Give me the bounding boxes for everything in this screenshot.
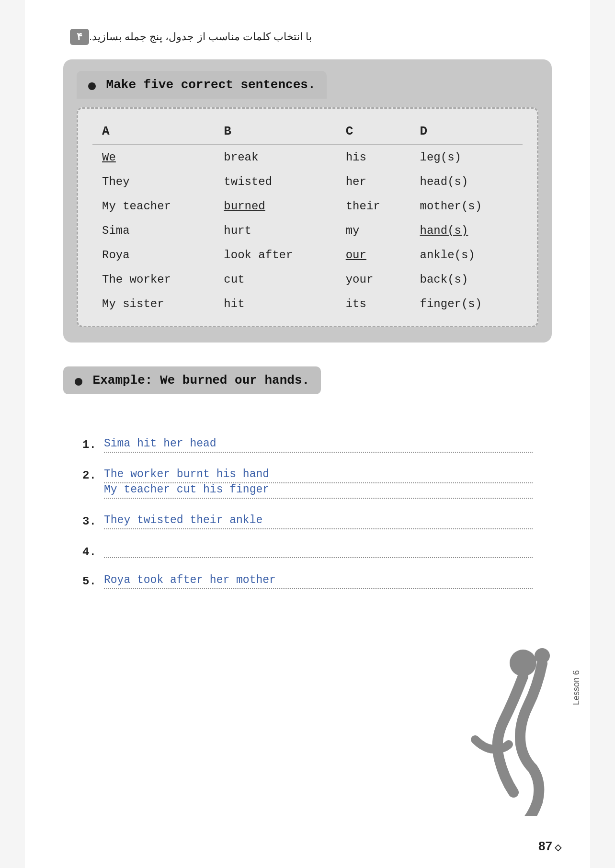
table-container: A B C D Webreakhisleg(s)Theytwistedherhe… [77,107,538,327]
col-header-b: B [214,118,336,145]
table-cell-c-4: our [336,243,410,267]
card-title: Make five correct sentences. [106,78,316,92]
table-cell-a-0: We [92,145,214,170]
table-cell-d-5: back(s) [410,267,523,292]
col-header-c: C [336,118,410,145]
sentence-line-wrapper-2[interactable]: The worker burnt his handMy teacher cut … [104,468,533,499]
lesson-label: Lesson 6 [571,670,581,705]
word-table: A B C D Webreakhisleg(s)Theytwistedherhe… [92,118,523,316]
sentence-item-2: 2.The worker burnt his handMy teacher cu… [82,468,533,499]
table-cell-a-5: The worker [92,267,214,292]
example-section: Example: We burned our hands. [63,366,552,413]
table-cell-c-5: your [336,267,410,292]
table-row: Royalook afterourankle(s) [92,243,523,267]
sentence-line-wrapper-1[interactable]: Sima hit her head [104,437,533,453]
sentence-line-wrapper-3[interactable]: They twisted their ankle [104,514,533,529]
sentence-number-4: 4. [82,546,99,559]
table-cell-d-3: hand(s) [410,218,523,243]
table-cell-b-4: look after [214,243,336,267]
page-number: 87 [538,839,561,854]
sentences-section: 1.Sima hit her head2.The worker burnt hi… [63,437,552,589]
calligraphy-decoration [427,625,561,830]
sentence-text-3-0: They twisted their ankle [104,514,533,529]
table-cell-a-3: Sima [92,218,214,243]
sentence-line-wrapper-5[interactable]: Roya took after her mother [104,574,533,589]
table-cell-b-3: hurt [214,218,336,243]
example-bullet-icon [75,378,82,386]
table-cell-c-3: my [336,218,410,243]
table-cell-b-6: hit [214,292,336,316]
table-cell-c-6: its [336,292,410,316]
sentence-number-3: 3. [82,515,99,528]
example-title-bar: Example: We burned our hands. [63,366,321,394]
table-cell-d-4: ankle(s) [410,243,523,267]
table-cell-d-1: head(s) [410,170,523,194]
example-title: Example: We burned our hands. [93,373,310,388]
table-cell-b-5: cut [214,267,336,292]
table-cell-b-0: break [214,145,336,170]
page: با انتخاب کلمات مناسب از جدول، پنج جمله … [25,0,590,868]
bullet-icon [88,82,96,90]
table-row: My teacherburnedtheirmother(s) [92,194,523,218]
sentence-number-5: 5. [82,575,99,588]
sentence-item-3: 3.They twisted their ankle [82,514,533,529]
example-label: Example: [93,373,153,388]
table-header-row: A B C D [92,118,523,145]
sentence-text-5-0: Roya took after her mother [104,574,533,589]
table-card: Make five correct sentences. A B C D Web… [63,59,552,343]
table-cell-d-0: leg(s) [410,145,523,170]
table-row: The workercutyourback(s) [92,267,523,292]
card-title-bar: Make five correct sentences. [77,71,327,99]
table-row: Webreakhisleg(s) [92,145,523,170]
sentence-number-2: 2. [82,469,99,482]
table-cell-d-2: mother(s) [410,194,523,218]
table-cell-a-2: My teacher [92,194,214,218]
sentence-number-1: 1. [82,438,99,451]
sentence-line-wrapper-4[interactable] [104,545,533,558]
table-row: My sisterhititsfinger(s) [92,292,523,316]
table-cell-c-0: his [336,145,410,170]
sentence-text-2-0: The worker burnt his hand [104,468,533,483]
persian-instruction: با انتخاب کلمات مناسب از جدول، پنج جمله … [89,31,312,43]
table-cell-a-1: They [92,170,214,194]
table-cell-a-6: My sister [92,292,214,316]
col-header-d: D [410,118,523,145]
sentence-text-2-1: My teacher cut his finger [104,483,533,499]
empty-answer-line[interactable] [104,545,533,558]
table-row: Simahurtmyhand(s) [92,218,523,243]
col-header-a: A [92,118,214,145]
sentence-item-5: 5.Roya took after her mother [82,574,533,589]
table-cell-d-6: finger(s) [410,292,523,316]
example-sentence: We burned our hands. [160,373,309,388]
sentence-item-4: 4. [82,545,533,559]
table-cell-a-4: Roya [92,243,214,267]
sentence-text-1-0: Sima hit her head [104,437,533,453]
table-cell-b-1: twisted [214,170,336,194]
table-cell-c-1: her [336,170,410,194]
sentence-item-1: 1.Sima hit her head [82,437,533,453]
table-row: Theytwistedherhead(s) [92,170,523,194]
table-cell-b-2: burned [214,194,336,218]
table-cell-c-2: their [336,194,410,218]
number-badge: ۴ [70,29,89,45]
header-row: با انتخاب کلمات مناسب از جدول، پنج جمله … [63,29,552,45]
